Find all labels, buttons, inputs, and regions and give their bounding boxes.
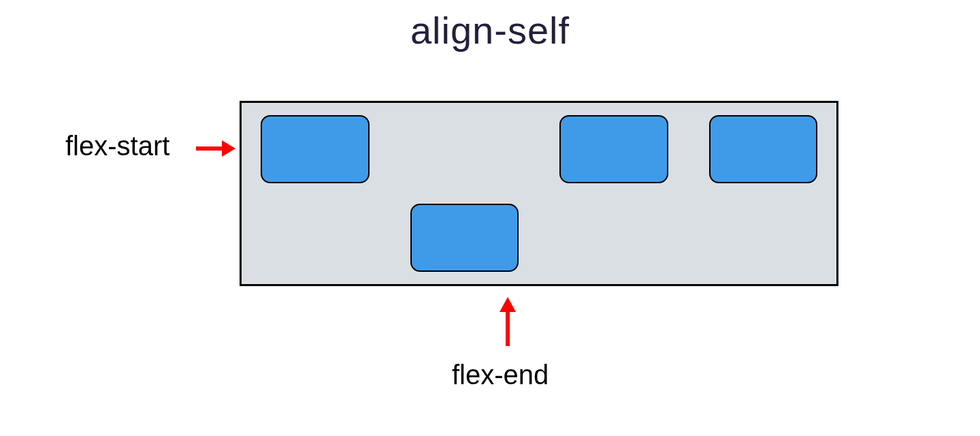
svg-marker-1 <box>222 140 235 157</box>
flex-start-label: flex-start <box>65 131 169 161</box>
flex-item <box>261 115 370 183</box>
arrow-up-icon <box>495 297 520 346</box>
flex-end-label: flex-end <box>452 360 549 390</box>
arrow-right-icon <box>196 136 235 161</box>
flex-container <box>240 101 838 286</box>
flex-item <box>559 115 668 183</box>
svg-marker-3 <box>500 297 516 312</box>
diagram-title: align-self <box>410 8 570 52</box>
flex-item <box>709 115 818 183</box>
flex-item-self-end <box>410 204 519 272</box>
